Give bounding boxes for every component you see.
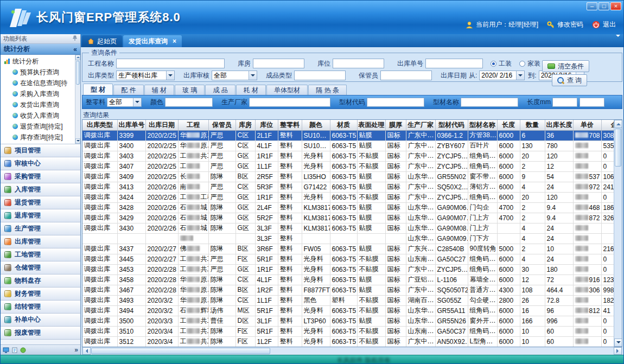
tab-close-icon[interactable]: × <box>173 37 176 45</box>
material-tab[interactable]: 单体型材 <box>266 85 308 95</box>
tree-root[interactable]: 统计分析 <box>1 56 80 67</box>
table-row[interactable]: 3L3F整料山东华…GA90M09…门下方424 <box>82 233 614 244</box>
tab-shipping-query[interactable]: 发货出库查询 × <box>123 35 182 47</box>
table-row[interactable]: 调拨出库33992020/2/25华原…严思C区2L1F整料SU10…6063-… <box>82 130 614 141</box>
sidebar-item[interactable]: 结转管理 <box>1 301 80 314</box>
logout-button[interactable]: 退出 <box>592 20 616 29</box>
column-header[interactable]: 材质 <box>330 120 357 130</box>
material-tab[interactable]: 配 件 <box>113 85 143 95</box>
column-header[interactable]: 库位 <box>255 120 278 130</box>
tree-item[interactable]: 在途信息查询[待 <box>1 78 80 88</box>
table-row[interactable]: 调拨出库34092020/2/25长陈琳B区2R5F整料LI35HO6063-T… <box>82 171 614 182</box>
close-button[interactable]: × <box>610 2 621 10</box>
sidebar-item[interactable]: 财务管理 <box>1 288 80 301</box>
tree-item[interactable]: 发货出库查询 <box>1 99 80 110</box>
warehouse-input[interactable] <box>253 59 304 68</box>
horizontal-scrollbar[interactable] <box>82 347 622 355</box>
audit-select[interactable]: 全部 <box>212 71 257 80</box>
minimize-button[interactable]: – <box>587 2 597 10</box>
scroll-up-icon[interactable] <box>75 55 80 60</box>
table-row[interactable]: 调拨出库34032020/2/25工共工程严思G区1R1F整料光身料6063-T… <box>82 151 614 161</box>
sidebar-item[interactable]: 补单中心 <box>1 314 80 327</box>
change-password-button[interactable]: 修改密码 <box>547 20 583 29</box>
scroll-right-icon[interactable] <box>614 347 622 355</box>
out-type-select[interactable]: 生产领料出库 <box>116 71 175 80</box>
table-row[interactable]: 调拨出库34372020/2/27佛陈琳B区3R6F整料FW056063-T5贴… <box>82 244 614 254</box>
color-filter-input[interactable] <box>165 98 213 107</box>
column-header[interactable]: 出库日期 <box>145 120 178 130</box>
scrollbar-thumb[interactable] <box>91 348 270 354</box>
column-header[interactable]: 库房 <box>235 120 255 130</box>
column-header[interactable]: 工程 <box>178 120 208 130</box>
table-row[interactable]: 调拨出库34582020/2/28华原…陈琳C区4L1F整料光身料6063-T5… <box>82 274 614 285</box>
material-tab[interactable]: 玻 璃 <box>175 85 205 95</box>
order-no-input[interactable] <box>425 59 483 68</box>
search-button[interactable]: 查 询 <box>552 74 587 86</box>
tab-list-dropdown-icon[interactable] <box>616 37 620 44</box>
column-header[interactable]: 型材代码 <box>435 120 468 130</box>
column-header[interactable]: 型材名称 <box>468 120 497 130</box>
column-header[interactable]: 生产厂家 <box>406 120 435 130</box>
column-header[interactable]: 出库类型 <box>82 120 117 130</box>
report-icon[interactable] <box>11 347 18 353</box>
tree-item[interactable]: 退货查询[待定] <box>1 121 80 132</box>
whole-part-select[interactable]: 全部 <box>107 98 142 107</box>
collapse-chevrons[interactable]: « <box>73 46 77 53</box>
pin-icon[interactable] <box>72 35 78 42</box>
tree-item[interactable]: 库存查询[待定] <box>1 132 80 143</box>
material-tab[interactable]: 辅 材 <box>144 85 174 95</box>
scroll-down-icon[interactable] <box>75 138 80 144</box>
table-row[interactable]: 调拨出库34932020/3/2华原…陈琳C区1L1F整料黑色塑料不贴膜国标湖南… <box>82 295 614 305</box>
table-row[interactable]: 调拨出库34072020/2/25工严思G区1L1F整料光身料6063-T5不贴… <box>82 161 614 171</box>
column-header[interactable]: 颜色 <box>302 120 330 130</box>
sidebar-item[interactable]: 物料盘存 <box>1 274 80 288</box>
sidebar-item[interactable]: 工地管理 <box>1 248 80 261</box>
column-header[interactable]: 数量 <box>520 120 545 130</box>
table-row[interactable]: 调拨出库34282020/2/26石城陈琳G区2L4F整料KLM38176063… <box>82 202 614 213</box>
sidebar-item[interactable]: 项目管理 <box>1 144 80 157</box>
scroll-down-icon[interactable] <box>614 339 622 347</box>
column-header[interactable]: 整零料 <box>278 120 302 130</box>
material-tab[interactable]: 成 品 <box>205 85 235 95</box>
table-row[interactable]: 调拨出库35002020/3/3工共工程曹佳D区3L1F整料LT3P606063… <box>82 316 614 326</box>
sidebar-item[interactable]: 采购管理 <box>1 170 80 183</box>
scroll-left-icon[interactable] <box>82 347 91 355</box>
profile-code-filter-input[interactable] <box>367 98 424 107</box>
table-row[interactable]: 调拨出库34292020/2/26石城陈琳G区5R2F整料KLM38176063… <box>82 213 614 223</box>
table-row[interactable]: 调拨出库34452020/2/27工共工程严思F区5R1F整料光身料6063-T… <box>82 254 614 264</box>
table-row[interactable]: 调拨出库34942020/3/2石辉城汤伟M区5R1F整料光身料6063-T5不… <box>82 305 614 316</box>
table-row[interactable]: 调拨出库34672020/2/28华原…陈琳B区1R2F整料F8877FT606… <box>82 285 614 295</box>
maximize-button[interactable]: □ <box>598 2 609 10</box>
product-type-input[interactable] <box>294 71 346 80</box>
material-tab[interactable]: 型 材 <box>83 84 113 95</box>
vertical-scrollbar[interactable] <box>614 120 622 347</box>
sidebar-item[interactable]: 生产管理 <box>1 222 80 235</box>
column-header[interactable]: 出库长度 <box>545 120 573 130</box>
clear-conditions-button[interactable]: 清空条件 <box>542 60 589 72</box>
table-row[interactable]: 调拨出库35102020/3/4工共工程陈琳F区5R1F整料光身料6063-T5… <box>82 326 614 336</box>
date-from-picker[interactable]: 2020/ 2/16 <box>479 71 525 80</box>
radio-gongzhuang[interactable]: 工装 <box>491 59 512 68</box>
sidebar-item[interactable]: 退货管理 <box>1 196 80 209</box>
column-header[interactable]: 长度 <box>497 120 520 130</box>
material-tab[interactable]: 隔 热 条 <box>308 85 347 95</box>
table-row[interactable]: 调拨出库34002020/2/25华原…严思C区4L1F整料SU10…6063-… <box>82 141 614 151</box>
material-tab[interactable]: 耗 材 <box>236 85 266 95</box>
sidebar-item[interactable]: 入库管理 <box>1 183 80 196</box>
table-row[interactable]: 调拨出库34132020/2/26南严思C区5R3F整料G714226063-T… <box>82 182 614 192</box>
length-from-input[interactable] <box>552 98 577 107</box>
tree-item[interactable]: 预算执行查询 <box>1 67 80 78</box>
tab-home[interactable]: 起始页 <box>82 35 122 47</box>
tree-scrollbar[interactable] <box>75 55 80 144</box>
tree-item[interactable]: 收货入库查询 <box>1 110 80 121</box>
column-header[interactable]: 金额 <box>601 120 614 130</box>
monitor-icon[interactable] <box>3 347 9 353</box>
profile-name-filter-input[interactable] <box>461 98 518 107</box>
project-name-input[interactable] <box>116 59 225 68</box>
scrollbar-thumb[interactable] <box>615 129 621 167</box>
tree-item[interactable]: 采购入库查询 <box>1 88 80 99</box>
sidebar-item[interactable]: 仓储管理 <box>1 261 80 274</box>
column-header[interactable]: 表面处理 <box>357 120 385 130</box>
keeper-input[interactable] <box>380 71 432 80</box>
radio-jiazhuang[interactable]: 家装 <box>519 59 540 68</box>
